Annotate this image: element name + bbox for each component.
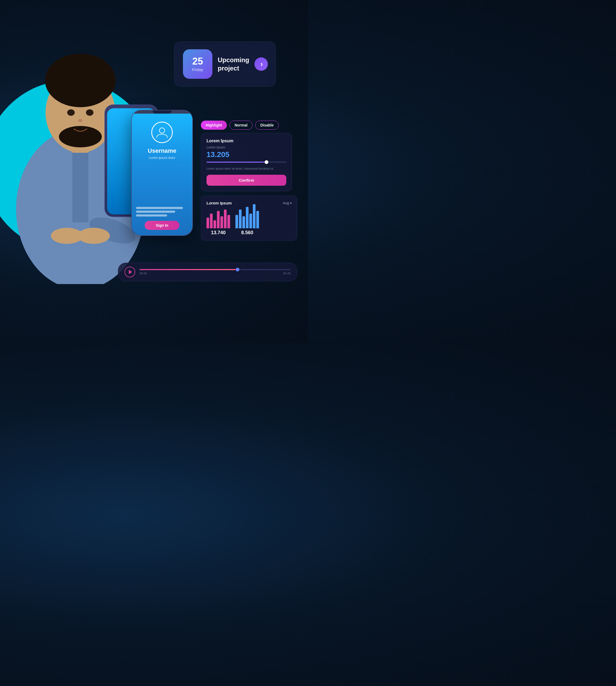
card-description: Lorem ipsum dolor sit amet, coeuismod ti… bbox=[206, 166, 286, 171]
date-number: 25 bbox=[192, 57, 203, 66]
bar bbox=[214, 220, 216, 228]
phone-mockup: Username Lorem ipsum dolor Sign In bbox=[131, 110, 193, 236]
phone-line-1 bbox=[136, 207, 183, 209]
svg-point-5 bbox=[59, 75, 102, 107]
svg-point-8 bbox=[78, 119, 83, 122]
play-icon bbox=[129, 270, 132, 274]
track-thumb bbox=[236, 268, 239, 272]
play-button[interactable] bbox=[125, 266, 135, 277]
svg-point-7 bbox=[86, 109, 93, 116]
calendar-arrow-button[interactable] bbox=[255, 57, 268, 71]
bar bbox=[220, 216, 223, 228]
svg-point-13 bbox=[51, 228, 83, 244]
card-title: Lorem Ipsum bbox=[206, 138, 286, 143]
audio-player: 00.00 04.20 bbox=[118, 263, 297, 281]
svg-point-9 bbox=[59, 126, 102, 147]
chart-title: Lorem Ipsum bbox=[206, 201, 232, 205]
month-selector[interactable]: Aug ▾ bbox=[283, 201, 292, 205]
chart-value-1: 13.740 bbox=[211, 230, 225, 236]
bar bbox=[224, 210, 226, 228]
svg-point-14 bbox=[159, 128, 165, 133]
bar bbox=[239, 210, 242, 228]
phone-line-3 bbox=[136, 214, 167, 216]
bar bbox=[249, 214, 252, 228]
bar bbox=[236, 215, 238, 228]
normal-button[interactable]: Normal bbox=[229, 121, 252, 130]
bar bbox=[242, 216, 245, 228]
chart-content: 13.740 8.560 bbox=[206, 210, 292, 236]
bar bbox=[206, 218, 209, 228]
confirm-button[interactable]: Confirm bbox=[206, 175, 286, 186]
calendar-widget: 25 Friday Upcoming project bbox=[174, 42, 276, 87]
card-value: 13.205 bbox=[206, 150, 286, 159]
info-card: Lorem Ipsum Lorem Ipsum 13.205 Lorem ips… bbox=[201, 133, 292, 191]
time-end: 04.20 bbox=[283, 272, 291, 275]
phone-screen: Username Lorem ipsum dolor Sign In bbox=[132, 114, 192, 235]
bars-container-1 bbox=[206, 210, 230, 228]
slider-thumb bbox=[265, 160, 268, 164]
bar bbox=[256, 211, 259, 228]
svg-rect-1 bbox=[72, 142, 88, 222]
slider-track[interactable] bbox=[206, 162, 286, 163]
username-text: Username bbox=[148, 147, 176, 154]
player-track[interactable]: 00.00 04.20 bbox=[139, 269, 291, 275]
disable-button[interactable]: Disable bbox=[255, 121, 279, 130]
month-label: Aug bbox=[283, 201, 289, 205]
bar bbox=[253, 204, 256, 228]
bar bbox=[246, 207, 248, 228]
phone-lines bbox=[132, 207, 192, 216]
time-start: 00.00 bbox=[139, 272, 147, 275]
chart-section-1: 13.740 bbox=[206, 210, 230, 236]
bar bbox=[210, 214, 213, 228]
calendar-title: Upcoming project bbox=[218, 56, 249, 72]
svg-point-6 bbox=[67, 109, 75, 116]
track-bar bbox=[139, 269, 291, 270]
phone-notch bbox=[153, 110, 171, 114]
slider-fill bbox=[206, 162, 266, 163]
ui-card: Highlight Normal Disable Lorem Ipsum Lor… bbox=[201, 121, 292, 191]
bar bbox=[227, 215, 230, 228]
date-box: 25 Friday bbox=[183, 49, 213, 79]
highlight-button[interactable]: Highlight bbox=[201, 121, 227, 130]
chart-card: Lorem Ipsum Aug ▾ 13.740 bbox=[201, 196, 297, 241]
button-row: Highlight Normal Disable bbox=[201, 121, 292, 130]
chart-header: Lorem Ipsum Aug ▾ bbox=[206, 201, 292, 205]
track-times: 00.00 04.20 bbox=[139, 272, 291, 275]
bar bbox=[217, 211, 220, 228]
chart-section-2: 8.560 bbox=[236, 210, 259, 236]
chart-value-2: 8.560 bbox=[241, 230, 253, 236]
signin-button[interactable]: Sign In bbox=[145, 221, 179, 230]
card-label: Lorem Ipsum bbox=[206, 146, 286, 149]
bars-container-2 bbox=[236, 210, 259, 228]
user-avatar-icon bbox=[151, 122, 173, 143]
chevron-down-icon: ▾ bbox=[290, 201, 292, 205]
username-subtitle: Lorem ipsum dolor bbox=[149, 156, 175, 160]
phone-line-2 bbox=[136, 211, 175, 213]
track-fill bbox=[139, 269, 238, 270]
date-day: Friday bbox=[192, 67, 203, 72]
